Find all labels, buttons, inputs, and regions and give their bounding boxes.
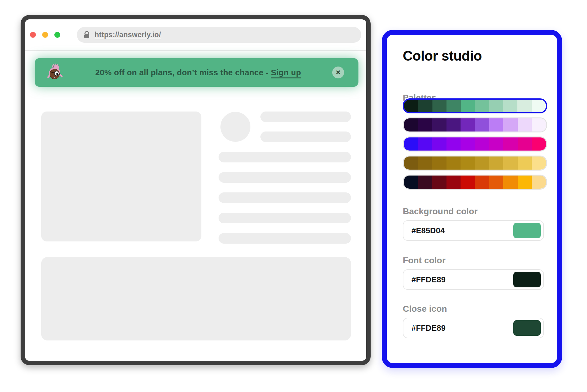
palette-swatch xyxy=(517,100,531,112)
close-icon-color-value[interactable]: #FFDE89 xyxy=(412,324,446,333)
toolbar-divider xyxy=(25,50,366,51)
palette-swatch xyxy=(418,176,432,189)
close-icon-color-label: Close icon xyxy=(403,304,447,314)
palette-swatch xyxy=(532,137,546,151)
banner-message: 20% off on all plans, don’t miss the cha… xyxy=(64,68,332,77)
palette-swatch xyxy=(461,137,475,151)
palette-swatch xyxy=(432,118,446,131)
browser-window: https://answerly.io/ xyxy=(21,15,371,365)
palette-swatch xyxy=(503,100,517,112)
palette-swatch xyxy=(503,176,518,189)
palette-swatch xyxy=(461,156,475,170)
palette-swatch xyxy=(518,156,532,170)
palette-swatch xyxy=(418,100,432,112)
page: https://answerly.io/ xyxy=(0,0,587,392)
palette-swatch xyxy=(532,156,546,170)
close-window-button[interactable] xyxy=(30,32,36,38)
palette-list xyxy=(403,98,547,194)
palette-swatch xyxy=(475,118,489,131)
palette-swatch xyxy=(432,100,446,112)
palette-swatch xyxy=(418,118,432,131)
promo-banner: 20% off on all plans, don’t miss the cha… xyxy=(35,58,358,87)
minimize-window-button[interactable] xyxy=(42,32,48,38)
palette-swatch xyxy=(404,100,418,112)
traffic-lights xyxy=(30,19,60,50)
background-color-value[interactable]: #E85D04 xyxy=(412,226,445,235)
palette-swatch xyxy=(404,156,418,170)
close-icon: ✕ xyxy=(336,69,341,76)
palette-swatch xyxy=(404,137,418,151)
palette-swatch xyxy=(432,156,446,170)
font-color-value[interactable]: #FFDE89 xyxy=(412,275,446,284)
palette-swatch xyxy=(475,137,489,151)
palette-swatch xyxy=(446,100,461,112)
palette-swatch xyxy=(461,176,475,189)
close-icon-color-swatch[interactable] xyxy=(513,320,541,336)
palette-swatch xyxy=(461,118,475,131)
placeholder-avatar-circle xyxy=(220,112,250,142)
palette-swatch xyxy=(432,137,446,151)
placeholder-line xyxy=(219,213,351,223)
palette-strip-blue-magenta[interactable] xyxy=(403,136,547,151)
close-icon-color-input[interactable]: #FFDE89 xyxy=(403,318,544,338)
placeholder-content-box xyxy=(41,257,351,340)
palette-swatch xyxy=(446,118,461,131)
placeholder-line xyxy=(219,152,351,162)
palette-swatch xyxy=(446,156,461,170)
placeholder-line xyxy=(260,131,351,142)
background-color-input[interactable]: #E85D04 xyxy=(403,220,544,241)
placeholder-image-box xyxy=(41,112,201,241)
palette-swatch xyxy=(475,156,489,170)
palette-swatch xyxy=(503,118,518,131)
font-color-input[interactable]: #FFDE89 xyxy=(403,269,544,290)
palette-swatch xyxy=(532,176,546,189)
palette-swatch xyxy=(489,137,504,151)
palette-swatch xyxy=(518,137,532,151)
palette-swatch xyxy=(489,118,504,131)
palette-swatch xyxy=(532,100,546,112)
placeholder-line xyxy=(219,233,351,244)
palette-swatch xyxy=(532,118,546,131)
url-text: https://answerly.io/ xyxy=(95,31,161,39)
color-studio-panel: Color studio Palettes Background color #… xyxy=(382,30,562,368)
browser-toolbar: https://answerly.io/ xyxy=(25,19,366,50)
palette-swatch xyxy=(404,176,418,189)
font-color-swatch[interactable] xyxy=(513,272,541,287)
palette-swatch xyxy=(518,118,532,131)
palette-swatch xyxy=(432,176,446,189)
palette-swatch xyxy=(518,176,532,189)
font-color-label: Font color xyxy=(403,256,446,265)
palette-strip-gold[interactable] xyxy=(403,156,547,171)
palette-swatch xyxy=(489,156,504,170)
palette-swatch xyxy=(475,176,489,189)
palette-swatch xyxy=(418,137,432,151)
placeholder-line xyxy=(260,112,351,122)
winking-girl-avatar-icon xyxy=(46,63,64,82)
palette-swatch xyxy=(446,176,461,189)
palette-swatch xyxy=(404,118,418,131)
banner-close-button[interactable]: ✕ xyxy=(332,67,344,78)
background-color-label: Background color xyxy=(403,206,478,216)
sign-up-link[interactable]: Sign up xyxy=(271,68,301,78)
palette-strip-purple[interactable] xyxy=(403,117,547,132)
palette-swatch xyxy=(446,137,461,151)
background-color-swatch[interactable] xyxy=(513,223,541,238)
placeholder-line xyxy=(219,172,351,183)
lock-icon xyxy=(84,31,90,39)
palette-strip-fire[interactable] xyxy=(403,175,547,190)
palette-swatch xyxy=(503,137,518,151)
palette-swatch xyxy=(418,156,432,170)
palette-strip-green[interactable] xyxy=(403,98,547,113)
palette-swatch xyxy=(461,100,475,112)
panel-title: Color studio xyxy=(403,48,482,64)
palette-swatch xyxy=(489,100,503,112)
palette-swatch xyxy=(475,100,489,112)
url-bar[interactable]: https://answerly.io/ xyxy=(77,27,361,43)
zoom-window-button[interactable] xyxy=(54,32,60,38)
palette-swatch xyxy=(489,176,504,189)
palette-swatch xyxy=(503,156,518,170)
placeholder-line xyxy=(219,192,351,203)
